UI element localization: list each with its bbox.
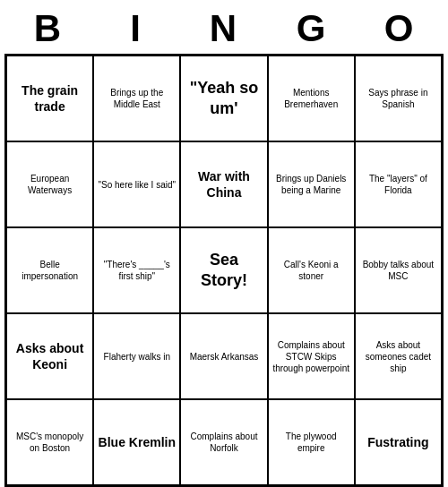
bingo-cell-23[interactable]: The plywood empire [268, 399, 355, 485]
bingo-cell-11[interactable]: "There's _____'s first ship" [93, 227, 180, 313]
title-o: O [360, 7, 439, 50]
bingo-cell-5[interactable]: European Waterways [6, 141, 93, 227]
bingo-grid: The grain tradeBrings up the Middle East… [4, 54, 444, 487]
bingo-cell-3[interactable]: Mentions Bremerhaven [268, 56, 355, 141]
bingo-cell-22[interactable]: Complains about Norfolk [180, 399, 267, 485]
bingo-cell-24[interactable]: Fustrating [355, 399, 442, 485]
bingo-cell-6[interactable]: "So here like I said" [93, 141, 180, 227]
bingo-cell-19[interactable]: Asks about someones cadet ship [355, 313, 442, 399]
bingo-cell-17[interactable]: Maersk Arkansas [180, 313, 267, 399]
bingo-cell-1[interactable]: Brings up the Middle East [93, 56, 180, 141]
title-i: I [97, 7, 176, 50]
bingo-cell-2[interactable]: "Yeah so um' [180, 56, 267, 141]
title-n: N [185, 7, 263, 50]
bingo-cell-7[interactable]: War with China [180, 141, 267, 227]
bingo-cell-18[interactable]: Complains about STCW Skips through power… [268, 313, 355, 399]
bingo-cell-4[interactable]: Says phrase in Spanish [355, 56, 442, 141]
bingo-cell-16[interactable]: Flaherty walks in [93, 313, 180, 399]
bingo-cell-13[interactable]: Call's Keoni a stoner [268, 227, 355, 313]
bingo-cell-0[interactable]: The grain trade [6, 56, 93, 141]
bingo-cell-9[interactable]: The "layers" of Florida [355, 141, 442, 227]
title-b: B [9, 7, 88, 50]
bingo-cell-15[interactable]: Asks about Keoni [6, 313, 93, 399]
bingo-cell-8[interactable]: Brings up Daniels being a Marine [268, 141, 355, 227]
bingo-cell-12[interactable]: Sea Story! [180, 227, 267, 313]
bingo-title: B I N G O [4, 0, 444, 54]
title-g: G [272, 7, 351, 50]
bingo-cell-10[interactable]: Belle impersonation [6, 227, 93, 313]
bingo-cell-14[interactable]: Bobby talks about MSC [355, 227, 442, 313]
bingo-cell-20[interactable]: MSC's monopoly on Boston [6, 399, 93, 485]
bingo-cell-21[interactable]: Blue Kremlin [93, 399, 180, 485]
